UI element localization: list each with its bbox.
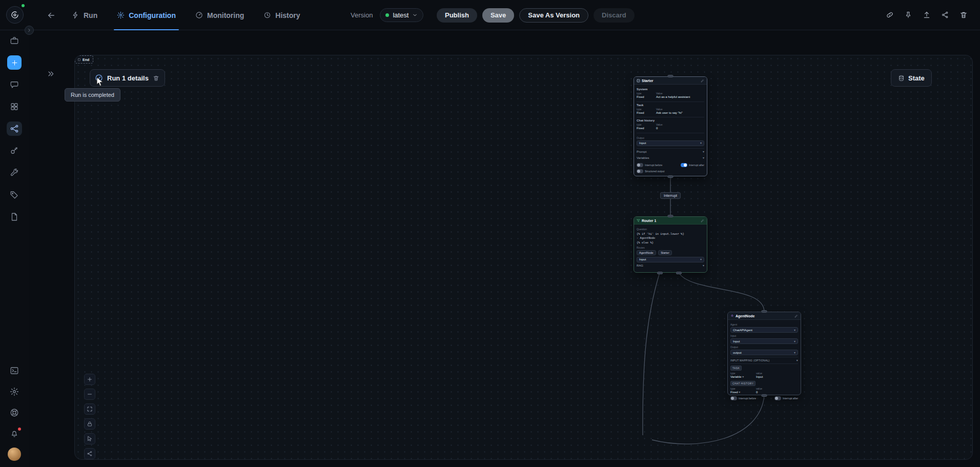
publish-button[interactable]: Publish (437, 8, 477, 23)
trash-icon[interactable] (153, 75, 159, 82)
sidebar-item-docs[interactable] (7, 210, 22, 224)
app-logo-icon[interactable] (6, 6, 24, 24)
node-handle[interactable] (668, 175, 673, 178)
node-starter[interactable]: Starter System typeFixed ValueAct as a h… (634, 76, 707, 176)
node-handle[interactable] (676, 272, 682, 274)
zoom-in-button[interactable] (84, 374, 95, 385)
agent-output-select[interactable]: output▾ (730, 350, 798, 355)
edit-icon[interactable] (794, 314, 798, 318)
field-value: Fixed (637, 95, 653, 99)
sidebar-item-keys[interactable] (7, 144, 22, 158)
toggle-structured-output: Structured output (637, 169, 664, 173)
checkbox-icon[interactable] (637, 79, 640, 83)
sidebar-item-workspace[interactable] (7, 33, 22, 48)
edit-icon[interactable] (701, 219, 704, 222)
toggle-switch[interactable] (637, 163, 643, 167)
agent-select[interactable]: ChatAPIAgent▾ (730, 327, 798, 333)
node-handle[interactable] (668, 75, 673, 77)
zoom-out-button[interactable] (84, 389, 95, 400)
output-select[interactable]: Input▾ (637, 140, 704, 146)
tab-monitoring[interactable]: Monitoring (195, 0, 244, 30)
tab-configuration[interactable]: Configuration (117, 0, 176, 30)
flow-canvas[interactable]: Run 1 details State Starter (74, 55, 973, 460)
node-handle[interactable] (762, 394, 767, 397)
sidebar-item-flows[interactable] (7, 121, 22, 136)
sidebar-item-chat[interactable] (7, 77, 22, 92)
workflow-icon (10, 124, 19, 133)
tab-history[interactable]: History (263, 0, 300, 30)
toggle-switch[interactable] (637, 169, 643, 173)
route-chip[interactable]: Starter (658, 250, 672, 255)
sidebar-item-support[interactable] (7, 405, 22, 420)
edit-icon[interactable] (701, 79, 704, 83)
toggle-label: Interrupt before (645, 164, 662, 167)
agent-input-select[interactable]: Input▾ (730, 338, 798, 344)
chevron-down-icon: ▾ (794, 329, 795, 332)
pointer-mode-button[interactable] (84, 433, 95, 444)
field-label: Value (656, 123, 704, 126)
tab-run[interactable]: Run (72, 0, 97, 30)
gear-icon (117, 11, 125, 19)
toggle-label: Interrupt after (783, 397, 798, 400)
sidebar-collapse-button[interactable] (25, 26, 34, 35)
router-condition-code: {% if 'hi' in input.lower %} - AgentNode… (637, 232, 704, 245)
node-header: Starter (634, 77, 707, 85)
node-handle[interactable] (657, 272, 663, 274)
section-system: System typeFixed ValueAct as a helpful a… (637, 86, 704, 102)
save-as-version-button[interactable]: Save As Version (519, 8, 588, 23)
sidebar-item-apps[interactable] (7, 99, 22, 114)
fullscreen-icon (87, 406, 93, 412)
pin-button[interactable] (901, 8, 915, 22)
sidebar-item-settings[interactable] (7, 384, 22, 399)
input-mapping-row[interactable]: INPUT MAPPING (OPTIONAL)▾ (730, 357, 798, 364)
sidebar-item-terminal[interactable] (7, 363, 22, 378)
save-as-version-label: Save As Version (528, 11, 580, 19)
router-input-select[interactable]: Input▾ (637, 257, 704, 262)
state-button[interactable]: State (891, 69, 932, 87)
version-dropdown[interactable]: latest (380, 8, 423, 22)
back-button[interactable] (44, 8, 58, 23)
toggle-switch[interactable] (681, 163, 687, 167)
save-button[interactable]: Save (482, 8, 514, 23)
run-icon (72, 11, 79, 19)
sidebar-item-tools[interactable] (7, 166, 22, 180)
edge-label-interrupt[interactable]: Interrupt (660, 192, 681, 199)
sidebar-item-tags[interactable] (7, 188, 22, 202)
node-handle[interactable] (668, 215, 673, 217)
toggle-switch[interactable] (774, 396, 781, 400)
node-router[interactable]: Router 1 Question {% if 'hi' in input.lo… (634, 216, 707, 273)
route-chip[interactable]: AgentNode (637, 250, 656, 255)
row-rag[interactable]: RAG▾ (637, 262, 704, 269)
lock-button[interactable] (84, 418, 95, 430)
lifebuoy-icon (10, 408, 19, 417)
select-value: ChatAPIAgent (733, 329, 752, 332)
share-view-button[interactable] (84, 448, 95, 459)
delete-button[interactable] (956, 8, 971, 22)
row-variables[interactable]: Variables▾ (637, 155, 704, 161)
field-value[interactable]: Variable ▾ (730, 375, 753, 379)
row-prompt[interactable]: Prompt▾ (637, 149, 704, 155)
discard-button[interactable]: Discard (594, 8, 635, 23)
field-value: Input (756, 375, 798, 379)
run-details-card[interactable]: Run 1 details (90, 69, 165, 87)
chevron-down-icon: ▾ (797, 359, 798, 362)
copy-link-button[interactable] (883, 8, 897, 22)
field-value[interactable]: Fixed ▾ (730, 391, 753, 395)
field-label: Question (637, 228, 704, 231)
share-button[interactable] (938, 8, 952, 22)
node-end[interactable]: End (75, 55, 93, 64)
node-handle[interactable] (762, 310, 767, 313)
avatar[interactable] (8, 448, 21, 461)
export-button[interactable] (920, 8, 934, 22)
fit-view-button[interactable] (84, 403, 95, 415)
field-label: Value (656, 92, 704, 95)
toggle-switch[interactable] (730, 396, 737, 400)
sidebar-item-notifications[interactable] (7, 427, 22, 441)
panel-expand-button[interactable] (44, 67, 57, 80)
sidebar-add-button[interactable] (7, 55, 22, 70)
pin-icon (904, 11, 912, 19)
node-body: Agent ChatAPIAgent▾ Input Input▾ Output … (728, 320, 801, 402)
chevron-down-icon: ▾ (700, 141, 702, 145)
node-agent[interactable]: AgentNode Agent ChatAPIAgent▾ Input Inpu… (727, 312, 801, 395)
node-body: Question {% if 'hi' in input.lower %} - … (634, 225, 707, 271)
